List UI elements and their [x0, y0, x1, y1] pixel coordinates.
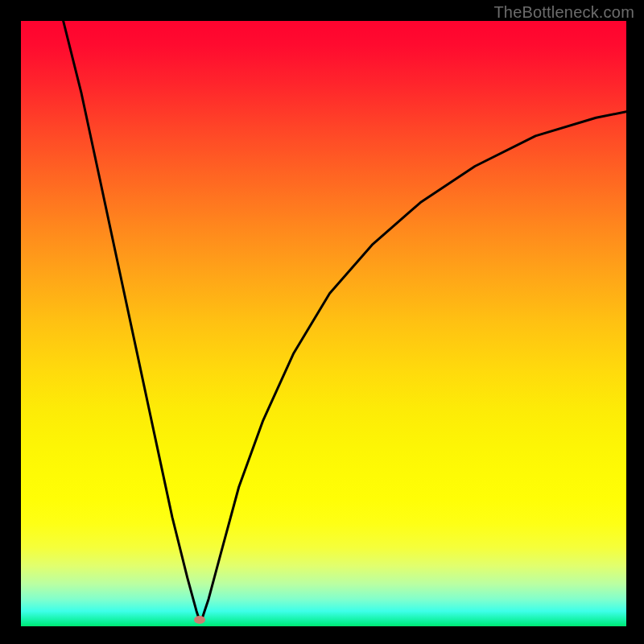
bottleneck-curve — [21, 21, 626, 626]
watermark-text: TheBottleneck.com — [493, 3, 634, 22]
chart-frame: TheBottleneck.com — [0, 0, 644, 644]
plot-area — [21, 21, 626, 626]
